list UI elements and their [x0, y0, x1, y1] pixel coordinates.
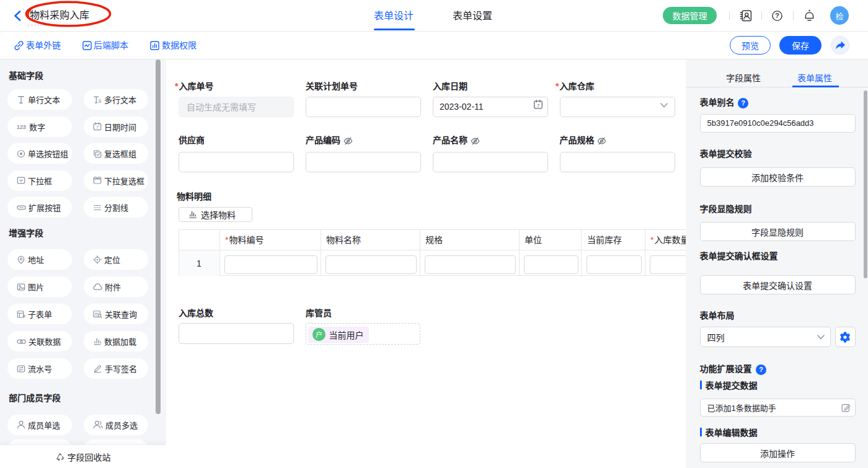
- svg-text:123: 123: [17, 124, 26, 130]
- svg-text:?: ?: [741, 99, 745, 107]
- svg-text:7: 7: [96, 125, 99, 130]
- svg-text:户: 户: [316, 330, 322, 338]
- svg-text:?: ?: [759, 366, 763, 373]
- svg-text:7: 7: [537, 103, 539, 108]
- svg-text:?: ?: [775, 12, 779, 19]
